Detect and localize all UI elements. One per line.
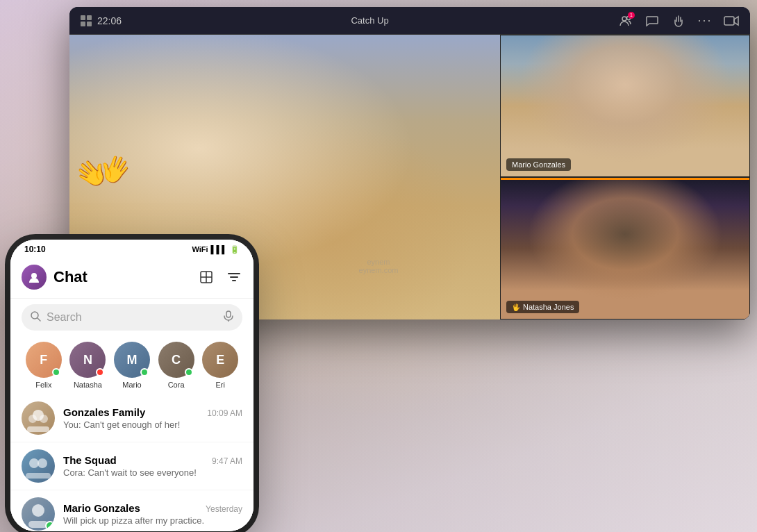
- microphone-icon[interactable]: [223, 310, 234, 324]
- gonzales-family-name: Gonzales Family: [63, 406, 145, 418]
- natasha-status: [96, 368, 104, 376]
- felix-avatar: F: [26, 342, 62, 378]
- svg-point-3: [31, 273, 37, 279]
- compose-icon[interactable]: [198, 269, 215, 285]
- svg-rect-2: [724, 17, 734, 25]
- raise-hand-icon[interactable]: [671, 13, 686, 28]
- squad-content: The Squad 9:47 AM Cora: Can't wait to se…: [63, 454, 242, 478]
- speaking-indicator: [501, 178, 749, 180]
- gonzales-family-header: Gonzales Family 10:09 AM: [63, 406, 242, 418]
- status-icons: WiFi ▌▌▌ 🔋: [192, 245, 240, 254]
- chat-icon[interactable]: [644, 13, 660, 28]
- notification-badge: 1: [628, 12, 635, 19]
- squad-avatar: [22, 449, 55, 483]
- phone-screen: 10:10 WiFi ▌▌▌ 🔋 Chat: [10, 240, 253, 531]
- felix-status: [52, 368, 60, 376]
- squad-name: The Squad: [63, 454, 117, 466]
- svg-point-15: [28, 415, 37, 423]
- gonzales-family-content: Gonzales Family 10:09 AM You: Can't get …: [63, 406, 242, 430]
- mario-gonzales-status: [45, 521, 55, 531]
- phone-time: 10:10: [24, 244, 46, 254]
- search-placeholder: Search: [47, 311, 217, 324]
- teams-titlebar: 22:06 Catch Up 1: [69, 7, 750, 35]
- hand-raised-icon: 🖐: [512, 304, 520, 311]
- video-tile-mario: Mario Gonzales: [500, 35, 750, 177]
- titlebar-right: 1 ···: [618, 13, 739, 28]
- mario-gonzales-content: Mario Gonzales Yesterday Will pick up pi…: [63, 502, 242, 526]
- svg-line-11: [38, 318, 40, 321]
- mario-gonzales-time: Yesterday: [206, 504, 242, 514]
- cora-status: [185, 368, 193, 376]
- story-cora[interactable]: C Cora: [154, 342, 199, 389]
- battery-icon: 🔋: [230, 245, 240, 254]
- mario-avatar: M: [114, 342, 150, 378]
- video-grid: Mario Gonzales 🖐 Natasha Jones: [500, 35, 750, 319]
- filter-icon[interactable]: [226, 269, 242, 285]
- gonzales-family-time: 10:09 AM: [207, 408, 242, 418]
- person-video-bottom: [501, 178, 749, 319]
- chat-screen-title: Chat: [53, 268, 88, 286]
- mario-story-status: [140, 368, 149, 376]
- story-natasha[interactable]: N Natasha: [66, 342, 110, 389]
- svg-rect-12: [226, 311, 231, 317]
- svg-rect-20: [26, 473, 51, 479]
- chat-header-left: Chat: [22, 265, 88, 290]
- eri-avatar: E: [202, 342, 238, 378]
- story-eri[interactable]: E Eri: [198, 342, 242, 389]
- chat-header: Chat: [10, 259, 253, 299]
- svg-point-19: [38, 458, 47, 468]
- squad-message: Cora: Can't wait to see everyone!: [63, 467, 242, 478]
- svg-point-0: [622, 17, 626, 21]
- svg-point-18: [29, 458, 39, 468]
- search-icon: [30, 310, 41, 324]
- chat-header-actions: [198, 269, 242, 285]
- mario-gonzales-avatar: [22, 497, 55, 531]
- grid-icon[interactable]: [81, 15, 92, 26]
- mario-gonzales-name: Mario Gonzales: [63, 502, 140, 514]
- story-felix[interactable]: F Felix: [22, 342, 66, 389]
- eri-name: Eri: [215, 381, 224, 389]
- titlebar-left: 22:06: [81, 15, 122, 26]
- emoji-clapping: 👐: [72, 142, 136, 203]
- mario-gonzales-header: Mario Gonzales Yesterday: [63, 502, 242, 514]
- gonzales-family-avatar: [22, 401, 55, 435]
- mario-gonzales-message: Will pick up pizza after my practice.: [63, 515, 242, 526]
- story-mario[interactable]: M Mario: [110, 342, 154, 389]
- video-tile-natasha: 🖐 Natasha Jones: [500, 177, 750, 319]
- people-icon[interactable]: 1: [618, 13, 633, 28]
- wifi-icon: WiFi: [192, 245, 208, 253]
- more-options-icon[interactable]: ···: [697, 13, 713, 28]
- chat-item-gonzales-family[interactable]: Gonzales Family 10:09 AM You: Can't get …: [10, 394, 253, 442]
- search-bar[interactable]: Search: [22, 304, 242, 331]
- squad-time: 9:47 AM: [212, 456, 242, 466]
- chat-list: Gonzales Family 10:09 AM You: Can't get …: [10, 394, 253, 531]
- participant-name-natasha: 🖐 Natasha Jones: [506, 301, 579, 313]
- cora-name: Cora: [168, 381, 185, 389]
- chat-item-squad[interactable]: The Squad 9:47 AM Cora: Can't wait to se…: [10, 442, 253, 490]
- story-avatars-row: F Felix N Natasha M Mario: [10, 336, 253, 394]
- svg-point-16: [40, 415, 48, 423]
- participant-name-mario: Mario Gonzales: [506, 158, 571, 171]
- call-title: Catch Up: [351, 15, 388, 26]
- signal-icon: ▌▌▌: [211, 245, 227, 253]
- user-avatar[interactable]: [22, 265, 47, 290]
- titlebar-time: 22:06: [97, 15, 122, 26]
- chat-item-mario-gonzales[interactable]: Mario Gonzales Yesterday Will pick up pi…: [10, 490, 253, 531]
- svg-rect-17: [27, 426, 49, 432]
- phone-statusbar: 10:10 WiFi ▌▌▌ 🔋: [10, 240, 253, 259]
- natasha-avatar: N: [69, 342, 106, 378]
- gonzales-family-message: You: Can't get enough of her!: [63, 419, 242, 430]
- person-video-top: [501, 35, 749, 176]
- titlebar-center: Catch Up: [351, 15, 388, 26]
- cora-avatar: C: [158, 342, 194, 378]
- svg-point-21: [32, 504, 44, 517]
- phone-device: 10:10 WiFi ▌▌▌ 🔋 Chat: [10, 240, 253, 531]
- squad-header: The Squad 9:47 AM: [63, 454, 242, 466]
- natasha-name: Natasha: [74, 381, 102, 389]
- mario-story-name: Mario: [122, 381, 142, 389]
- video-icon[interactable]: [724, 13, 739, 28]
- felix-name: Felix: [35, 381, 51, 389]
